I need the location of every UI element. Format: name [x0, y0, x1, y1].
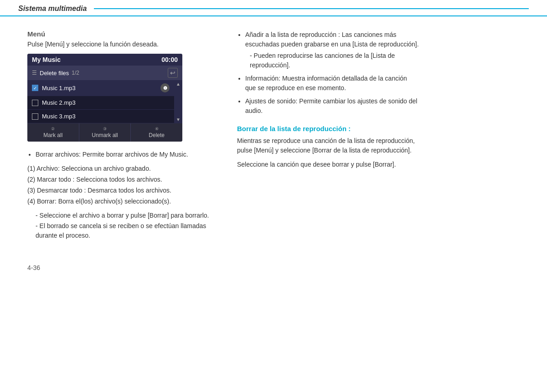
toolbar-label: Delete files [40, 70, 69, 76]
unmark-all-button[interactable]: ③ Unmark all [79, 123, 131, 142]
screen-item-3[interactable]: Music 3.mp3 [27, 110, 174, 123]
screen-footer: ② Mark all ③ Unmark all ④ Delete [27, 123, 182, 142]
section2-heading: Borrar de la lista de reproducción : [237, 125, 419, 132]
menu-heading: Menú [27, 30, 219, 38]
list-icon: ☰ [32, 70, 37, 76]
device-screen: My Music 00:00 ☰ Delete files 1/2 ↩ ✓ [27, 54, 182, 142]
numbered-item-3: (3) Desmarcar todo : Desmarca todos los … [27, 186, 219, 195]
header-title: Sistema multimedia [18, 5, 87, 13]
item-left-2: Music 2.mp3 [32, 99, 76, 106]
section2-text2: Seleccione la canción que desee borrar y… [237, 160, 419, 169]
mark-all-label: Mark all [30, 132, 77, 138]
right-bullet-list: Añadir a la lista de reproducción : Las … [237, 30, 419, 116]
screen-items: ✓ Music 1.mp3 ❶ Music 2.mp3 [27, 80, 174, 123]
section2-text1: Mientras se reproduce una canción de la … [237, 136, 419, 155]
page-header: Sistema multimedia [0, 0, 547, 16]
item-left-3: Music 3.mp3 [32, 113, 76, 120]
screen-list-wrapper: ✓ Music 1.mp3 ❶ Music 2.mp3 [27, 80, 182, 123]
scroll-up-icon[interactable]: ▲ [176, 81, 181, 87]
item-name-1: Music 1.mp3 [42, 85, 76, 92]
checkbox-3[interactable] [32, 113, 38, 120]
right-bullet-item-2: Información: Muestra información detalla… [245, 74, 419, 93]
numbered-list: (1) Archivo: Selecciona un archivo graba… [27, 164, 219, 206]
right-sub-list-1: Pueden reproducirse las canciones de la … [245, 51, 419, 70]
page-footer: 4-36 [0, 255, 547, 280]
scrollbar: ▲ ▼ [174, 80, 182, 123]
numbered-item-4: (4) Borrar: Borra el(los) archivo(s) sel… [27, 197, 219, 206]
menu-intro: Pulse [Menú] y seleccione la función des… [27, 40, 219, 49]
right-bullet-item-3: Ajustes de sonido: Permite cambiar los a… [245, 97, 419, 116]
sub-item-2: El borrado se cancela si se reciben o se… [36, 221, 219, 240]
left-column: Menú Pulse [Menú] y seleccione la funció… [27, 30, 219, 241]
sub-item-1: Seleccione el archivo a borrar y pulse [… [36, 211, 219, 220]
item-name-2: Music 2.mp3 [42, 99, 76, 106]
toolbar-left: ☰ Delete files 1/2 [32, 70, 79, 76]
right-sub-item-1: Pueden reproducirse las canciones de la … [250, 51, 419, 70]
screen-item-2[interactable]: Music 2.mp3 [27, 96, 174, 110]
back-button[interactable]: ↩ [168, 68, 178, 78]
item-badge-1: ❶ [160, 83, 170, 92]
bullet-list: Borrar archivos: Permite borrar archivos… [27, 150, 219, 159]
checkbox-1[interactable]: ✓ [32, 85, 38, 91]
right-column: Añadir a la lista de reproducción : Las … [237, 30, 419, 241]
screen-time: 00:00 [161, 56, 178, 63]
screen-title: My Music [32, 56, 61, 63]
screen-item-1[interactable]: ✓ Music 1.mp3 ❶ [27, 80, 174, 96]
header-divider [94, 8, 529, 9]
checkbox-2[interactable] [32, 100, 38, 106]
right-bullet-item-1: Añadir a la lista de reproducción : Las … [245, 30, 419, 70]
screen-header: My Music 00:00 [27, 54, 182, 66]
delete-button[interactable]: ④ Delete [131, 123, 182, 142]
delete-label: Delete [133, 132, 180, 138]
scroll-down-icon[interactable]: ▼ [176, 117, 181, 122]
item-left-1: ✓ Music 1.mp3 [32, 85, 76, 92]
page-number: 4-36 [27, 264, 40, 271]
bullet-item-1: Borrar archivos: Permite borrar archivos… [36, 150, 219, 159]
main-content: Menú Pulse [Menú] y seleccione la funció… [0, 16, 547, 255]
item-name-3: Music 3.mp3 [42, 113, 76, 120]
mark-all-button[interactable]: ② Mark all [27, 123, 79, 142]
numbered-item-1: (1) Archivo: Selecciona un archivo graba… [27, 164, 219, 173]
numbered-item-2: (2) Marcar todo : Selecciona todos los a… [27, 175, 219, 184]
toolbar-page: 1/2 [72, 70, 79, 76]
unmark-all-label: Unmark all [82, 132, 129, 138]
screen-toolbar: ☰ Delete files 1/2 ↩ [27, 66, 182, 80]
sub-list: Seleccione el archivo a borrar y pulse [… [27, 211, 219, 240]
